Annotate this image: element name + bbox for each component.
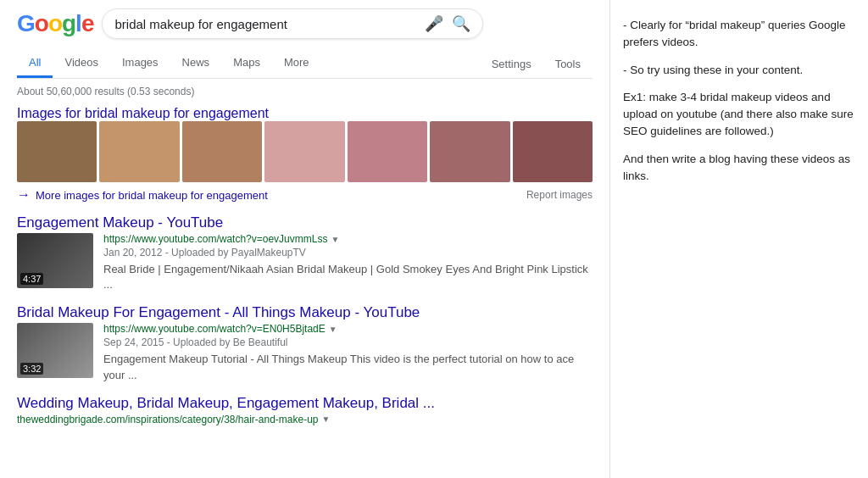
header: Google 🎤 🔍 bbox=[17, 8, 593, 39]
url-dropdown-icon-1[interactable]: ▼ bbox=[331, 235, 339, 244]
logo-letter-l: l bbox=[75, 10, 81, 36]
result-1-snippet: Real Bride | Engagement/Nikaah Asian Bri… bbox=[103, 262, 593, 292]
result-2-meta: Sep 24, 2015 - Uploaded by Be Beautiful bbox=[103, 336, 593, 348]
url-dropdown-icon-3[interactable]: ▼ bbox=[322, 414, 331, 424]
microphone-icon[interactable]: 🎤 bbox=[425, 14, 443, 33]
search-icons: 🎤 🔍 bbox=[425, 14, 470, 33]
result-3-url: theweddingbrigade.com/inspirations/categ… bbox=[17, 414, 593, 425]
url-text-1: https://www.youtube.com/watch?v=oevJuvmm… bbox=[103, 233, 327, 245]
nav-settings[interactable]: Settings bbox=[480, 51, 543, 77]
result-2-text: https://www.youtube.com/watch?v=EN0H5Bjt… bbox=[103, 323, 593, 382]
results-count: About 50,60,000 results (0.53 seconds) bbox=[17, 86, 593, 97]
result-item-3: Wedding Makeup, Bridal Makeup, Engagemen… bbox=[17, 395, 593, 425]
result-2-title[interactable]: Bridal Makeup For Engagement - All Thing… bbox=[17, 304, 593, 321]
video-thumb-2[interactable]: 3:32 bbox=[17, 323, 93, 378]
image-thumb-4 bbox=[264, 121, 344, 182]
nav-item-news[interactable]: News bbox=[170, 49, 222, 78]
image-thumb-6 bbox=[430, 121, 509, 182]
result-2-snippet: Engagement Makeup Tutorial - All Things … bbox=[103, 352, 593, 382]
google-logo: Google bbox=[17, 10, 93, 37]
url-text-2: https://www.youtube.com/watch?v=EN0H5Bjt… bbox=[103, 323, 326, 335]
result-1-meta: Jan 20, 2012 - Uploaded by PayalMakeupTV bbox=[103, 247, 593, 258]
result-1-title[interactable]: Engagement Makeup - YouTube bbox=[17, 214, 593, 231]
arrow-right-icon: → bbox=[17, 187, 31, 203]
more-images-link[interactable]: → More images for bridal makeup for enga… bbox=[17, 187, 268, 203]
image-thumb-2 bbox=[99, 121, 179, 182]
report-images-link[interactable]: Report images bbox=[526, 189, 593, 201]
nav-item-images[interactable]: Images bbox=[110, 49, 170, 78]
more-images-label: More images for bridal makeup for engage… bbox=[36, 189, 268, 202]
right-panel-ex1: Ex1: make 3-4 bridal makeup videos and u… bbox=[623, 89, 855, 141]
video-duration-1: 4:37 bbox=[20, 273, 43, 285]
search-icon[interactable]: 🔍 bbox=[452, 14, 470, 33]
image-thumb-1 bbox=[17, 121, 97, 182]
video-thumb-1[interactable]: 4:37 bbox=[17, 233, 93, 288]
url-text-3: theweddingbrigade.com/inspirations/categ… bbox=[17, 414, 319, 425]
result-item-2: Bridal Makeup For Engagement - All Thing… bbox=[17, 304, 593, 382]
image-section: Images for bridal makeup for engagement … bbox=[17, 106, 593, 203]
image-section-title[interactable]: Images for bridal makeup for engagement bbox=[17, 106, 269, 120]
image-thumb-3 bbox=[182, 121, 262, 182]
result-1-url: https://www.youtube.com/watch?v=oevJuvmm… bbox=[103, 233, 593, 245]
right-panel: - Clearly for “bridal makeup” queries Go… bbox=[610, 0, 868, 478]
right-panel-line1: - Clearly for “bridal makeup” queries Go… bbox=[623, 17, 855, 52]
search-box[interactable]: 🎤 🔍 bbox=[102, 8, 483, 39]
result-item-1: Engagement Makeup - YouTube 4:37 https:/… bbox=[17, 214, 593, 292]
nav-item-maps[interactable]: Maps bbox=[221, 49, 272, 78]
result-1-content: 4:37 https://www.youtube.com/watch?v=oev… bbox=[17, 233, 593, 292]
nav-item-more[interactable]: More bbox=[272, 49, 321, 78]
image-thumb-5 bbox=[348, 121, 427, 182]
logo-letter-g2: g bbox=[62, 10, 75, 36]
logo-letter-o2: o bbox=[48, 10, 62, 36]
logo-letter-o1: o bbox=[35, 10, 48, 36]
right-panel-line2: - So try using these in your content. bbox=[623, 62, 855, 79]
nav-tools[interactable]: Tools bbox=[543, 51, 593, 77]
result-3-title[interactable]: Wedding Makeup, Bridal Makeup, Engagemen… bbox=[17, 395, 593, 412]
nav-bar: All Videos Images News Maps More Setting… bbox=[17, 49, 593, 79]
nav-item-videos[interactable]: Videos bbox=[53, 49, 110, 78]
image-row bbox=[17, 121, 593, 182]
right-panel-ex2: And then write a blog having these video… bbox=[623, 151, 855, 186]
result-1-text: https://www.youtube.com/watch?v=oevJuvmm… bbox=[103, 233, 593, 292]
logo-letter-e: e bbox=[81, 10, 94, 36]
more-images-row: → More images for bridal makeup for enga… bbox=[17, 187, 593, 203]
image-thumb-7 bbox=[513, 121, 593, 182]
nav-item-all[interactable]: All bbox=[17, 49, 53, 78]
logo-letter-g: G bbox=[17, 10, 35, 36]
video-duration-2: 3:32 bbox=[20, 363, 43, 375]
result-2-url: https://www.youtube.com/watch?v=EN0H5Bjt… bbox=[103, 323, 593, 335]
url-dropdown-icon-2[interactable]: ▼ bbox=[329, 325, 337, 334]
google-search-panel: Google 🎤 🔍 All Videos Images News Maps M… bbox=[0, 0, 610, 478]
search-input[interactable] bbox=[114, 17, 425, 31]
result-2-content: 3:32 https://www.youtube.com/watch?v=EN0… bbox=[17, 323, 593, 382]
